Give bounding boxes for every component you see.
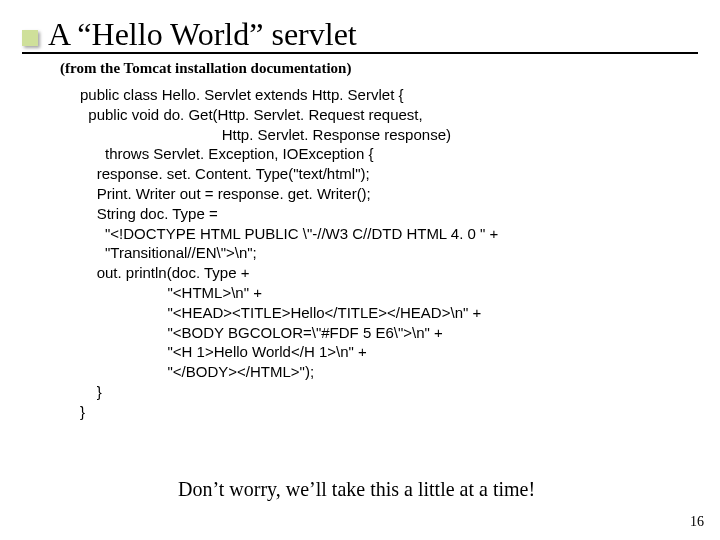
code-block: public class Hello. Servlet extends Http… — [80, 85, 680, 422]
bullet-square-icon — [22, 30, 38, 46]
footnote-text: Don’t worry, we’ll take this a little at… — [178, 478, 535, 501]
slide: A “Hello World” servlet (from the Tomcat… — [0, 0, 720, 540]
title-row: A “Hello World” servlet — [22, 18, 698, 54]
slide-subtitle: (from the Tomcat installation documentat… — [60, 60, 351, 77]
slide-title: A “Hello World” servlet — [48, 18, 357, 52]
page-number: 16 — [690, 514, 704, 530]
